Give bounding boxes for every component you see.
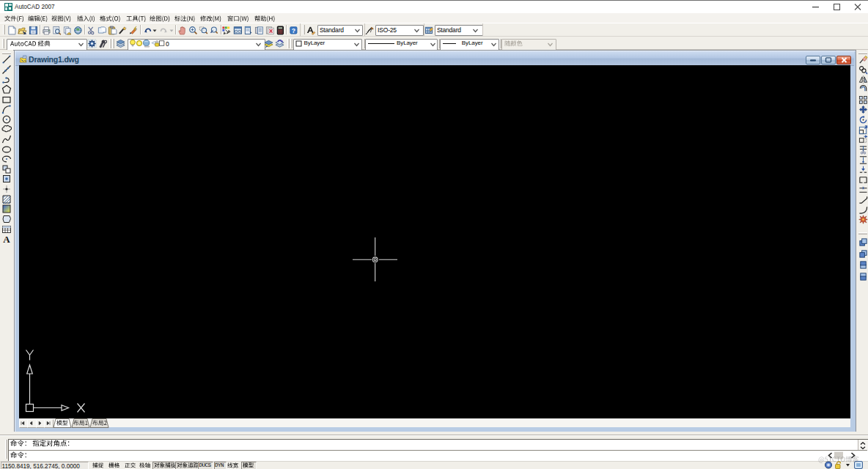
svg-text:?: ? bbox=[291, 27, 295, 34]
svg-text:A: A bbox=[3, 234, 10, 244]
